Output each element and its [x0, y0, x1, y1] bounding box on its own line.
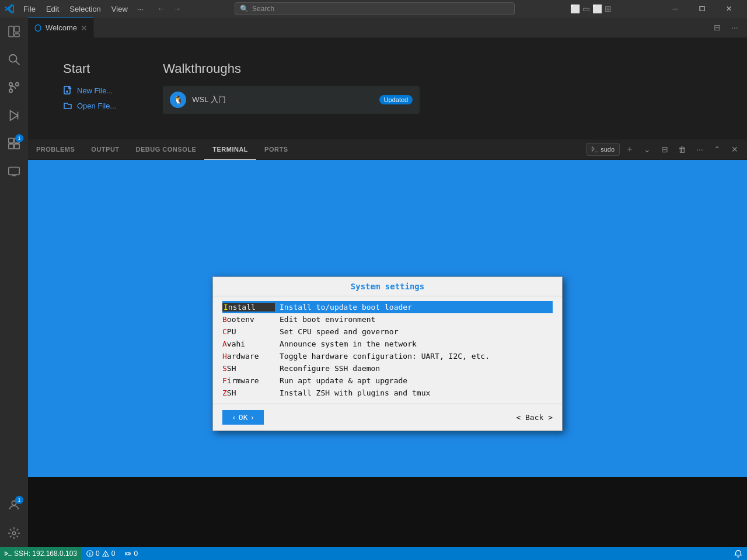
layout-icon-1[interactable]: ⬜ — [570, 4, 580, 13]
layout-icon-4[interactable]: ⊞ — [605, 4, 612, 13]
install-desc: Install to/update boot loader — [280, 303, 412, 312]
status-ssh[interactable]: SSH: 192.168.0.103 — [0, 547, 82, 560]
svg-rect-12 — [9, 144, 13, 149]
sudo-label: sudo — [601, 146, 615, 153]
new-file-label: New File... — [77, 86, 113, 95]
open-file-link[interactable]: Open File... — [63, 101, 116, 110]
activity-extensions[interactable]: 1 — [0, 130, 28, 158]
close-panel-button[interactable]: ✕ — [727, 142, 742, 157]
hardware-desc: Toggle hardware configuration: UART, I2C… — [280, 352, 490, 360]
nav-back-button[interactable]: ← — [154, 2, 168, 15]
activity-remote[interactable] — [0, 158, 28, 186]
tab-close-button[interactable]: ✕ — [81, 23, 88, 33]
zsh-key: ZSH — [222, 388, 275, 397]
activity-source-control[interactable] — [0, 74, 28, 102]
main-area: 1 1 — [0, 18, 747, 547]
svg-rect-1 — [15, 26, 19, 32]
terminal-icon — [591, 146, 598, 153]
minimize-button[interactable]: ─ — [662, 0, 689, 18]
panel-tab-debug-console[interactable]: DEBUG CONSOLE — [128, 139, 205, 160]
warning-icon — [102, 550, 109, 557]
svg-line-4 — [16, 61, 19, 65]
activity-search[interactable] — [0, 46, 28, 74]
panel-tab-ports[interactable]: PORTS — [256, 139, 296, 160]
dialog-item-zsh[interactable]: ZSH Install ZSH with plugins and tmux — [222, 387, 553, 399]
ssh-key: SSH — [222, 364, 275, 373]
maximize-button[interactable]: ⧠ — [689, 0, 715, 18]
menu-more[interactable]: ··· — [134, 4, 147, 15]
dialog-item-hardware[interactable]: Hardware Toggle hardware configuration: … — [222, 350, 553, 362]
maximize-panel-button[interactable]: ⌃ — [710, 142, 725, 157]
dialog-item-firmware[interactable]: Firmware Run apt update & apt upgrade — [222, 374, 553, 387]
dialog-item-avahi[interactable]: Avahi Announce system in the network — [222, 338, 553, 350]
menu-edit[interactable]: Edit — [41, 4, 64, 15]
status-remote-count[interactable]: 0 — [120, 547, 142, 560]
kill-terminal-button[interactable]: 🗑 — [675, 142, 690, 157]
activity-run[interactable] — [0, 102, 28, 130]
dialog-item-install[interactable]: Install Install to/update boot loader — [222, 301, 553, 313]
walkthrough-updated-badge: Updated — [379, 95, 413, 104]
dialog-item-ssh[interactable]: SSH Reconfigure SSH daemon — [222, 362, 553, 374]
svg-rect-2 — [15, 34, 19, 37]
firmware-desc: Run apt update & apt upgrade — [280, 376, 407, 385]
menu-file[interactable]: File — [19, 4, 40, 15]
nav-forward-button[interactable]: → — [170, 2, 184, 15]
menu-selection[interactable]: Selection — [65, 4, 105, 15]
close-button[interactable]: ✕ — [715, 0, 742, 18]
new-file-link[interactable]: New File... — [63, 86, 116, 95]
layout-icon-2[interactable]: ▭ — [582, 4, 590, 13]
terminal[interactable]: Configuration utility, Orange Pi 1.0.2 u… — [28, 160, 747, 547]
svg-point-25 — [89, 555, 90, 555]
sudo-button[interactable]: sudo — [586, 143, 620, 156]
panel-actions: sudo ＋ ⌄ ⊟ 🗑 ··· ⌃ ✕ — [586, 142, 747, 157]
dialog-content: Install Install to/update boot loader Bo… — [213, 296, 562, 404]
svg-point-3 — [9, 55, 17, 62]
open-file-label: Open File... — [77, 102, 116, 110]
start-title: Start — [63, 61, 116, 76]
vscode-icon-small — [34, 24, 42, 32]
menu-view[interactable]: View — [107, 4, 132, 15]
panel-more-button[interactable]: ··· — [692, 142, 707, 157]
search-box[interactable]: 🔍 Search — [235, 2, 515, 15]
svg-rect-0 — [9, 26, 13, 37]
layout-icon-3[interactable]: ⬜ — [592, 4, 602, 13]
cpu-desc: Set CPU speed and governor — [280, 327, 399, 336]
terminal-dropdown-button[interactable]: ⌄ — [640, 142, 655, 157]
split-terminal-button[interactable]: ⊟ — [657, 142, 672, 157]
svg-point-5 — [9, 89, 13, 93]
walkthroughs-title: Walkthroughs — [163, 61, 712, 76]
svg-rect-14 — [9, 167, 19, 175]
status-bell[interactable] — [729, 547, 747, 560]
more-actions-button[interactable]: ··· — [727, 20, 742, 35]
firmware-key: Firmware — [222, 376, 275, 385]
dialog-item-cpu[interactable]: CPU Set CPU speed and governor — [222, 326, 553, 338]
svg-rect-10 — [9, 138, 13, 143]
editor-area: Welcome ✕ ⊟ ··· Start — [28, 18, 747, 547]
search-icon: 🔍 — [240, 5, 249, 13]
panel-tab-terminal[interactable]: TERMINAL — [204, 139, 256, 160]
welcome-start-section: Start New File... Open File... — [63, 61, 116, 116]
ssh-label: SSH: 192.168.0.103 — [14, 550, 77, 558]
panel-tab-output[interactable]: OUTPUT — [83, 139, 127, 160]
activity-explorer[interactable] — [0, 18, 28, 46]
svg-point-18 — [12, 531, 16, 535]
bootenv-desc: Edit boot environment — [280, 315, 375, 324]
add-terminal-button[interactable]: ＋ — [622, 142, 637, 157]
tab-welcome[interactable]: Welcome ✕ — [28, 18, 94, 38]
svg-point-27 — [105, 555, 106, 556]
panel-tab-problems[interactable]: PROBLEMS — [28, 139, 83, 160]
system-settings-dialog: System settings Install Install to/updat… — [212, 276, 563, 431]
walkthrough-wsl[interactable]: 🐧 WSL 入门 Updated — [163, 86, 420, 114]
dialog-item-bootenv[interactable]: Bootenv Edit boot environment — [222, 313, 553, 326]
ssh-desc: Reconfigure SSH daemon — [280, 364, 380, 373]
panel-tabs: PROBLEMS OUTPUT DEBUG CONSOLE TERMINAL P… — [28, 139, 747, 160]
split-editor-button[interactable]: ⊟ — [710, 20, 725, 35]
install-key: Install — [222, 303, 275, 312]
welcome-panel: Start New File... Open File... — [28, 38, 747, 139]
window-controls: ─ ⧠ ✕ — [662, 0, 742, 18]
dialog-back-button[interactable]: < Back > — [516, 413, 553, 422]
activity-account[interactable]: 1 — [0, 491, 28, 519]
status-errors[interactable]: 0 0 — [82, 547, 120, 560]
dialog-ok-button[interactable]: ‹ OK › — [222, 410, 264, 425]
activity-settings[interactable] — [0, 519, 28, 547]
